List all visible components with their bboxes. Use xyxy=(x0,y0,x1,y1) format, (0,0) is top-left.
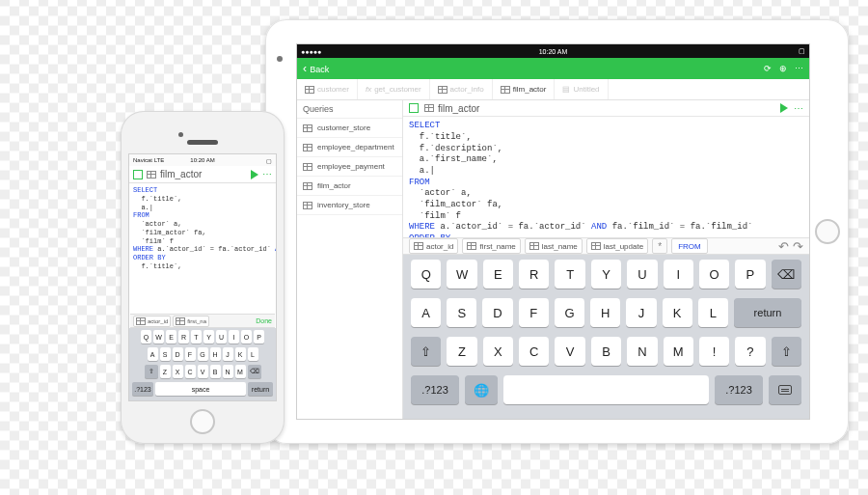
suggestion-actor-id[interactable]: actor_id xyxy=(133,316,171,327)
return-key[interactable]: return xyxy=(248,382,273,396)
key-e[interactable]: E xyxy=(166,330,176,344)
key-g[interactable]: G xyxy=(198,347,208,361)
backspace-key[interactable]: ⌫ xyxy=(772,260,801,289)
key-i[interactable]: I xyxy=(229,330,239,344)
key-k[interactable]: K xyxy=(235,347,246,361)
suggestion-first-name[interactable]: first_name xyxy=(462,238,520,254)
run-button[interactable] xyxy=(780,103,788,113)
key-h[interactable]: H xyxy=(210,347,221,361)
key-q[interactable]: Q xyxy=(141,330,151,344)
key-l[interactable]: L xyxy=(248,347,258,361)
key-m[interactable]: M xyxy=(235,365,246,378)
sidebar-item-employee-department[interactable]: employee_department xyxy=(297,138,402,157)
more-icon[interactable]: ⋯ xyxy=(262,169,272,179)
globe-key[interactable]: 🌐 xyxy=(465,375,498,404)
tab-untitled[interactable]: ▤Untitled xyxy=(555,79,608,99)
tab-get-customer[interactable]: fxget_customer xyxy=(358,79,430,99)
key-n[interactable]: N xyxy=(627,337,657,366)
suggestion-last-update[interactable]: last_update xyxy=(586,238,648,254)
back-button[interactable]: Back xyxy=(303,62,329,75)
key-h[interactable]: H xyxy=(590,298,620,327)
key-a[interactable]: A xyxy=(411,298,441,327)
key-y[interactable]: Y xyxy=(591,260,621,289)
sync-icon[interactable]: ⟳ xyxy=(764,64,772,73)
key-o[interactable]: O xyxy=(241,330,252,344)
sidebar-item-customer-store[interactable]: customer_store xyxy=(297,119,402,138)
suggestion-keyword-from[interactable]: FROM xyxy=(671,238,708,254)
sql-editor[interactable]: SELECT f.`title`, a.| FROM `actor` a, `f… xyxy=(129,183,276,274)
key-n[interactable]: N xyxy=(223,365,233,378)
more-icon[interactable]: ⋯ xyxy=(794,103,803,114)
key-w[interactable]: W xyxy=(447,260,476,289)
key-f[interactable]: F xyxy=(519,298,549,327)
key-m[interactable]: M xyxy=(664,337,693,366)
run-button[interactable] xyxy=(251,170,258,179)
key-v[interactable]: V xyxy=(555,337,584,366)
key-i[interactable]: I xyxy=(664,260,693,289)
redo-button[interactable]: ↷ xyxy=(793,239,803,254)
key-e[interactable]: E xyxy=(483,260,513,289)
key-l[interactable]: L xyxy=(698,298,728,327)
key-t[interactable]: T xyxy=(555,260,584,289)
key-d[interactable]: D xyxy=(482,298,512,327)
sidebar-item-inventory-store[interactable]: inventory_store xyxy=(297,196,402,215)
hide-keyboard-key[interactable] xyxy=(769,375,801,404)
add-icon[interactable]: ⊕ xyxy=(779,64,787,73)
shift-key-right[interactable]: ⇧ xyxy=(772,337,801,366)
sql-editor[interactable]: SELECT f.`title`, f.`description`, a.`fi… xyxy=(403,117,809,237)
suggestion-last-name[interactable]: last_name xyxy=(525,238,583,254)
backspace-key[interactable]: ⌫ xyxy=(248,365,261,378)
key-mode-right[interactable]: .?123 xyxy=(715,375,763,404)
key-x[interactable]: X xyxy=(483,337,513,366)
key-y[interactable]: Y xyxy=(203,330,214,344)
key-u[interactable]: U xyxy=(216,330,227,344)
key-g[interactable]: G xyxy=(555,298,584,327)
key-c[interactable]: C xyxy=(519,337,549,366)
key-w[interactable]: W xyxy=(153,330,164,344)
suggestion-actor-id[interactable]: actor_id xyxy=(409,238,458,254)
return-key[interactable]: return xyxy=(734,298,801,327)
shift-key[interactable]: ⇧ xyxy=(145,365,158,378)
key-x[interactable]: X xyxy=(173,365,183,378)
tab-customer[interactable]: customer xyxy=(297,79,358,99)
suggestion-first-name[interactable]: first_na xyxy=(173,316,209,327)
key-t[interactable]: T xyxy=(191,330,202,344)
key-p[interactable]: P xyxy=(735,260,765,289)
space-key[interactable] xyxy=(503,375,709,404)
key-mode[interactable]: .?123 xyxy=(411,375,459,404)
key-j[interactable]: J xyxy=(223,347,233,361)
key-u[interactable]: U xyxy=(627,260,657,289)
key-a[interactable]: A xyxy=(148,347,158,361)
suggestion-more[interactable]: * xyxy=(652,238,667,254)
key-![interactable]: ! xyxy=(699,337,729,366)
key-f[interactable]: F xyxy=(185,347,196,361)
key-j[interactable]: J xyxy=(626,298,656,327)
more-icon[interactable]: ⋯ xyxy=(795,64,803,73)
done-button[interactable]: Done xyxy=(256,317,272,324)
sidebar-item-film-actor[interactable]: film_actor xyxy=(297,177,402,196)
key-b[interactable]: B xyxy=(591,337,621,366)
key-d[interactable]: D xyxy=(173,347,183,361)
tab-film-actor[interactable]: film_actor xyxy=(493,79,556,99)
key-s[interactable]: S xyxy=(447,298,476,327)
tab-actor-info[interactable]: actor_info xyxy=(430,79,493,99)
key-p[interactable]: P xyxy=(254,330,264,344)
key-c[interactable]: C xyxy=(185,365,196,378)
key-v[interactable]: V xyxy=(198,365,208,378)
space-key[interactable]: space xyxy=(155,382,246,396)
key-r[interactable]: R xyxy=(519,260,549,289)
key-?[interactable]: ? xyxy=(735,337,765,366)
key-b[interactable]: B xyxy=(210,365,221,378)
key-k[interactable]: K xyxy=(663,298,692,327)
key-r[interactable]: R xyxy=(178,330,189,344)
key-z[interactable]: Z xyxy=(160,365,171,378)
key-o[interactable]: O xyxy=(699,260,729,289)
key-mode[interactable]: .?123 xyxy=(132,382,153,396)
sidebar-item-employee-payment[interactable]: employee_payment xyxy=(297,157,402,177)
undo-button[interactable]: ↶ xyxy=(778,239,789,254)
key-q[interactable]: Q xyxy=(411,260,441,289)
key-s[interactable]: S xyxy=(160,347,171,361)
key-z[interactable]: Z xyxy=(447,337,476,366)
home-button[interactable] xyxy=(190,409,215,434)
home-button[interactable] xyxy=(815,219,840,244)
